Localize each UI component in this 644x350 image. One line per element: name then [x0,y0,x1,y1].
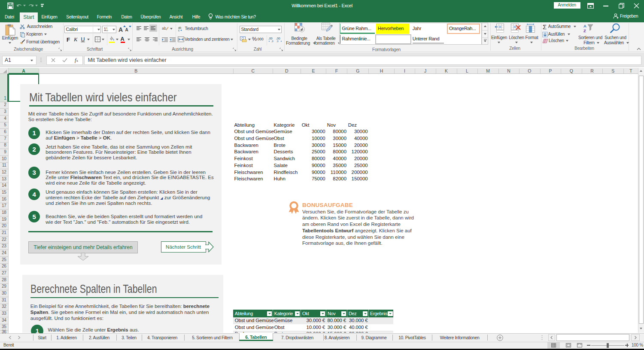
svg-text:c: c [178,29,180,32]
svg-text:Berechnete Spalten in Tabellen: Berechnete Spalten in Tabellen [30,282,157,295]
svg-text:ab: ab [162,26,166,30]
svg-text:Z: Z [583,28,586,33]
svg-text:Mit Tabellen wird vieles einfa: Mit Tabellen wird vieles einfacher [29,91,177,104]
svg-text:A: A [583,24,586,28]
